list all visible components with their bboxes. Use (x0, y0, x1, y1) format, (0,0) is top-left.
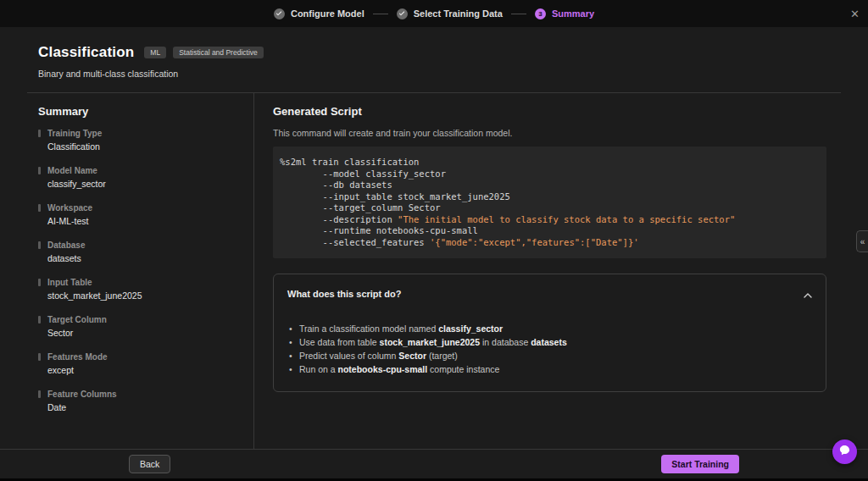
summary-item-training-type: Training Type Classification (38, 129, 236, 152)
item-tick (38, 316, 41, 323)
item-value: datasets (47, 253, 236, 263)
chat-bubble-icon (838, 444, 851, 460)
item-tick (38, 353, 41, 361)
page-title: Classification (38, 44, 134, 61)
wizard-modal: Classification ML Statistical and Predic… (0, 27, 868, 478)
page-header: Classification ML Statistical and Predic… (0, 27, 868, 79)
accordion-header[interactable]: What does this script do? (287, 286, 812, 301)
step-label: Select Training Data (414, 8, 503, 19)
step-separator (511, 14, 526, 14)
chat-fab-button[interactable] (832, 440, 857, 464)
item-value: Classification (47, 141, 236, 152)
item-value: AI-ML-test (47, 216, 236, 226)
summary-item-database: Database datasets (38, 240, 236, 263)
generated-script-panel: Generated Script This command will creat… (254, 93, 868, 449)
step-number-badge: 3 (535, 8, 546, 19)
step-check-icon (274, 8, 285, 19)
item-label: Workspace (47, 203, 92, 213)
item-tick (38, 279, 41, 286)
code-line: --runtime notebooks-cpu-small (280, 225, 820, 237)
page-subtitle: Binary and multi-class classification (38, 69, 830, 79)
content-columns: Summary Training Type Classification Mod… (0, 93, 868, 449)
item-tick (38, 130, 41, 137)
item-tick (38, 204, 41, 212)
category-badge: Statistical and Predictive (173, 47, 264, 58)
item-label: Training Type (47, 129, 102, 138)
step-configure-model[interactable]: Configure Model (274, 8, 364, 19)
item-label: Feature Columns (47, 390, 117, 399)
item-value: Sector (47, 328, 236, 338)
stepper: Configure Model Select Training Data 3 S… (274, 8, 594, 19)
start-training-button[interactable]: Start Training (661, 455, 739, 473)
ml-badge: ML (144, 47, 166, 58)
wizard-footer: Back Start Training (0, 449, 868, 478)
generated-script-description: This command will create and train your … (273, 128, 826, 138)
step-separator (373, 14, 388, 14)
summary-heading: Summary (38, 105, 236, 118)
step-select-training-data[interactable]: Select Training Data (397, 8, 503, 19)
summary-panel: Summary Training Type Classification Mod… (0, 93, 254, 449)
item-value: stock_market_june2025 (47, 290, 236, 301)
step-check-icon (397, 8, 408, 19)
script-code-block: %s2ml train classification --model class… (273, 147, 826, 258)
explainer-bullet-list: Train a classification model named class… (287, 322, 812, 376)
explainer-bullet: Predict values of column Sector (target) (287, 349, 812, 362)
code-line: --description "The initial model to clas… (280, 214, 820, 226)
summary-item-target-column: Target Column Sector (38, 315, 236, 338)
code-line: %s2ml train classification (280, 157, 820, 169)
summary-item-model-name: Model Name classify_sector (38, 166, 236, 189)
chevron-up-icon[interactable] (804, 286, 812, 301)
back-button[interactable]: Back (129, 455, 170, 473)
summary-list: Training Type Classification Model Name … (38, 129, 236, 412)
item-value: classify_sector (47, 179, 236, 189)
collapse-chevrons-icon: « (860, 237, 865, 246)
item-value: except (47, 365, 236, 375)
code-line: --selected_features '{"mode":"except","f… (280, 237, 820, 249)
summary-item-features-mode: Features Mode except (38, 352, 236, 375)
item-tick (38, 241, 41, 249)
item-label: Target Column (47, 315, 107, 324)
summary-item-feature-columns: Feature Columns Date (38, 390, 236, 412)
code-line: --model classify_sector (280, 169, 820, 180)
summary-item-input-table: Input Table stock_market_june2025 (38, 278, 236, 301)
code-line: --target_column Sector (280, 202, 820, 214)
item-value: Date (47, 402, 236, 412)
item-label: Model Name (47, 166, 97, 175)
summary-item-workspace: Workspace AI-ML-test (38, 203, 236, 226)
step-summary[interactable]: 3 Summary (535, 8, 594, 19)
code-line: --input_table stock_market_june2025 (280, 191, 820, 203)
step-label: Summary (552, 8, 594, 19)
wizard-topbar: Configure Model Select Training Data 3 S… (0, 0, 868, 27)
item-label: Database (47, 240, 85, 250)
accordion-title: What does this script do? (287, 289, 401, 299)
close-icon[interactable]: ✕ (850, 8, 860, 19)
item-tick (38, 167, 41, 174)
script-explainer-accordion: What does this script do? Train a classi… (273, 274, 826, 392)
explainer-bullet: Use data from table stock_market_june202… (287, 335, 812, 349)
explainer-bullet: Run on a notebooks-cpu-small compute ins… (287, 362, 812, 376)
collapse-panel-handle[interactable]: « (856, 230, 868, 252)
item-label: Features Mode (47, 352, 108, 362)
generated-script-heading: Generated Script (273, 105, 826, 118)
item-label: Input Table (47, 278, 92, 287)
explainer-bullet: Train a classification model named class… (287, 322, 812, 335)
code-line: --db datasets (280, 180, 820, 191)
step-label: Configure Model (291, 8, 364, 19)
item-tick (38, 390, 41, 398)
